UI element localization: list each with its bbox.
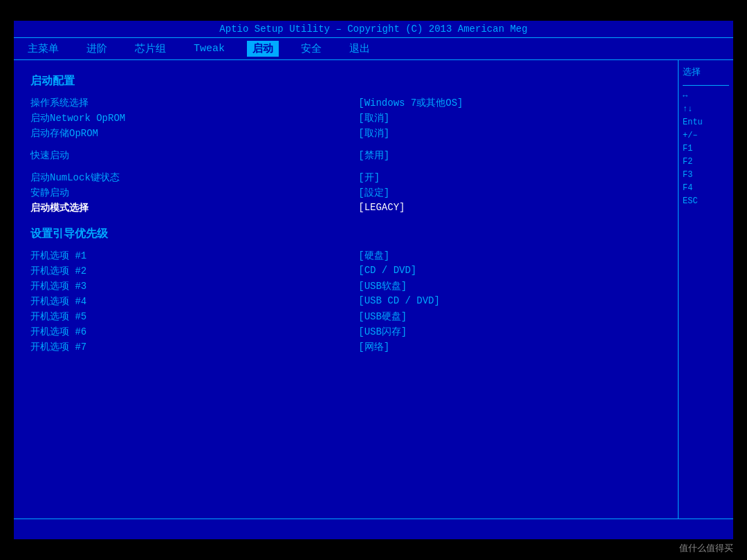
title-bar: Aptio Setup Utility – Copyright (C) 2013… [14,21,733,38]
boot-option-5[interactable]: 开机选项 #5 [USB硬盘] [30,310,661,323]
nav-item-exit[interactable]: 退出 [344,41,376,57]
key-arrow-ud: ↑↓ [683,104,729,114]
boot-option-7-name: 开机选项 #7 [30,341,346,353]
setting-quiet-boot-value: [設定] [358,187,661,199]
right-panel: 选择 ↔ ↑↓ Entu +/– F1 F2 F3 F4 ESC [678,60,733,519]
boot-option-2-name: 开机选项 #2 [30,265,346,277]
boot-option-7-value: [网络] [358,341,661,353]
key-enter: Entu [683,118,729,127]
setting-os-select-name: 操作系统选择 [30,97,346,109]
setting-storage-oprom[interactable]: 启动存储OpROM [取消] [30,127,661,140]
setting-fast-boot-value: [禁用] [358,149,661,162]
title-text: Aptio Setup Utility – Copyright (C) 2013… [219,24,527,35]
right-panel-divider1 [683,85,729,86]
key-arrow-lr: ↔ [683,91,729,101]
setting-boot-mode-name: 启动模式选择 [30,202,346,214]
section4-title: 设置引导优先级 [30,227,661,241]
boot-option-2-value: [CD / DVD] [358,265,661,277]
boot-option-1[interactable]: 开机选项 #1 [硬盘] [30,250,661,262]
setting-network-oprom[interactable]: 启动Network OpROM [取消] [30,112,661,124]
key-plusminus: +/– [683,131,729,140]
boot-option-7[interactable]: 开机选项 #7 [网络] [30,341,661,353]
setting-storage-oprom-value: [取消] [358,127,661,140]
boot-option-4-name: 开机选项 #4 [30,295,346,308]
boot-option-5-name: 开机选项 #5 [30,310,346,323]
boot-option-5-value: [USB硬盘] [358,310,661,323]
nav-item-security[interactable]: 安全 [295,41,327,57]
key-f2: F2 [683,157,729,167]
setting-storage-oprom-name: 启动存储OpROM [30,127,346,140]
right-panel-select-label: 选择 [683,66,729,78]
setting-quiet-boot[interactable]: 安静启动 [設定] [30,187,661,199]
bottom-bar [14,519,733,539]
boot-option-3[interactable]: 开机选项 #3 [USB软盘] [30,280,661,292]
setting-network-oprom-value: [取消] [358,112,661,124]
nav-item-main[interactable]: 主菜单 [22,41,64,57]
setting-boot-mode[interactable]: 启动模式选择 [LEGACY] [30,202,661,214]
setting-numlock-name: 启动NumLock键状态 [30,171,346,184]
setting-quiet-boot-name: 安静启动 [30,187,346,199]
key-f3: F3 [683,170,729,180]
content-area: 启动配置 操作系统选择 [Windows 7或其他OS] 启动Network O… [14,60,733,519]
setting-os-select[interactable]: 操作系统选择 [Windows 7或其他OS] [30,97,661,109]
nav-item-advanced[interactable]: 进阶 [81,41,113,57]
boot-option-1-value: [硬盘] [358,250,661,262]
setting-os-select-value: [Windows 7或其他OS] [358,97,661,109]
main-panel: 启动配置 操作系统选择 [Windows 7或其他OS] 启动Network O… [14,60,678,519]
key-f1: F1 [683,144,729,153]
setting-network-oprom-name: 启动Network OpROM [30,112,346,124]
nav-item-boot[interactable]: 启动 [247,41,279,57]
setting-boot-mode-value: [LEGACY] [358,202,661,214]
setting-numlock-value: [开] [358,171,661,184]
key-esc: ESC [683,196,729,206]
setting-numlock[interactable]: 启动NumLock键状态 [开] [30,171,661,184]
nav-item-chipset[interactable]: 芯片组 [129,41,172,57]
boot-option-4[interactable]: 开机选项 #4 [USB CD / DVD] [30,295,661,308]
boot-option-6-name: 开机选项 #6 [30,326,346,338]
boot-option-1-name: 开机选项 #1 [30,250,346,262]
section1-title: 启动配置 [30,74,661,88]
boot-option-2[interactable]: 开机选项 #2 [CD / DVD] [30,265,661,277]
key-f4: F4 [683,183,729,193]
boot-option-3-name: 开机选项 #3 [30,280,346,292]
boot-option-6[interactable]: 开机选项 #6 [USB闪存] [30,326,661,338]
setting-fast-boot-name: 快速启动 [30,149,346,162]
nav-bar: 主菜单 进阶 芯片组 Tweak 启动 安全 退出 [14,38,733,60]
setting-fast-boot[interactable]: 快速启动 [禁用] [30,149,661,162]
boot-option-4-value: [USB CD / DVD] [358,295,661,308]
boot-option-6-value: [USB闪存] [358,326,661,338]
watermark: 值什么值得买 [679,542,733,554]
boot-option-3-value: [USB软盘] [358,280,661,292]
nav-item-tweak[interactable]: Tweak [188,41,230,56]
